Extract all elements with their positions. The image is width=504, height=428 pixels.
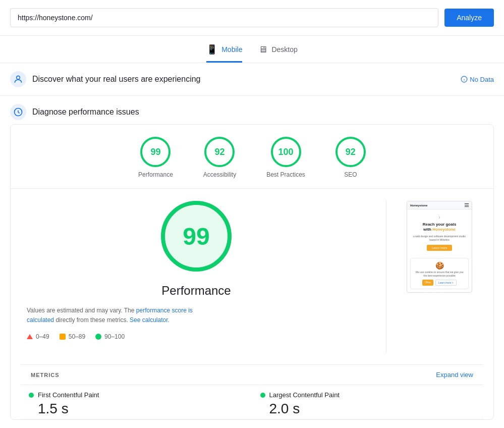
hero-arrow-icon: › (411, 215, 468, 220)
score-circle-best-practices: 100 (271, 137, 301, 167)
metric-name-lcp: Largest Contentful Paint (269, 391, 340, 399)
calculator-link[interactable]: See calculator. (130, 316, 170, 324)
legend-item-high: 90–100 (95, 333, 125, 340)
cookie-more-btn[interactable]: Learn more > (435, 280, 457, 286)
expand-view-link[interactable]: Expand view (436, 371, 473, 379)
real-users-title: Discover what your real users are experi… (32, 75, 455, 84)
legend-item-mid: 50–89 (60, 333, 85, 340)
metrics-bar: METRICS Expand view (21, 364, 483, 385)
metric-item-fcp: First Contentful Paint 1.5 s (21, 385, 252, 419)
metric-header-fcp: First Contentful Paint (29, 391, 244, 399)
score-circle-accessibility: 92 (204, 137, 235, 167)
tab-mobile[interactable]: 📱 Mobile (206, 44, 242, 63)
score-label-seo: SEO (344, 171, 357, 178)
no-data-label: No Data (470, 76, 494, 83)
legend-row: 0–49 50–89 90–100 (27, 333, 125, 340)
real-users-icon (10, 71, 26, 87)
detail-panel: 99 Performance Values are estimated and … (11, 189, 493, 364)
svg-point-0 (17, 76, 20, 79)
big-score-circle: 99 (161, 201, 232, 272)
preview-header: Honeystone (407, 201, 472, 209)
diagnose-section-header: Diagnose performance issues (0, 96, 504, 124)
vertical-divider (386, 201, 386, 352)
scores-card: 99 Performance 92 Accessibility 100 Best… (10, 124, 494, 420)
preview-hero: › Reach your goals with Honeystone a web… (407, 209, 472, 256)
preview-logo: Honeystone (410, 204, 427, 207)
score-circle-seo: 92 (335, 137, 366, 167)
score-label-best-practices: Best Practices (266, 171, 305, 178)
score-label-performance: Performance (138, 171, 173, 178)
info-icon (461, 76, 468, 83)
scores-row: 99 Performance 92 Accessibility 100 Best… (11, 125, 493, 189)
detail-left: 99 Performance Values are estimated and … (27, 201, 366, 340)
score-label-accessibility: Accessibility (203, 171, 236, 178)
triangle-icon (27, 334, 33, 339)
hero-title: Reach your goals with Honeystone (411, 222, 468, 233)
hero-sub: a web design and software development st… (411, 235, 468, 242)
tabs-row: 📱 Mobile 🖥 Desktop (0, 36, 504, 63)
green-dot-icon (95, 334, 101, 340)
legend-item-low: 0–49 (27, 333, 49, 340)
metric-dot-lcp (260, 393, 265, 398)
detail-description: Values are estimated and may vary. The p… (27, 306, 218, 325)
legend-range-low: 0–49 (36, 333, 49, 340)
cookie-okay-btn[interactable]: Okay (422, 280, 433, 286)
metric-value-fcp: 1.5 s (29, 401, 244, 417)
metric-item-lcp: Largest Contentful Paint 2.0 s (252, 385, 484, 419)
hamburger-icon (465, 203, 469, 207)
cookie-buttons: Okay Learn more > (414, 280, 465, 286)
preview-frame: Honeystone › Reach your goals with Honey… (407, 201, 472, 293)
detail-title: Performance (27, 284, 366, 298)
preview-container: Honeystone › Reach your goals with Honey… (407, 201, 477, 293)
metric-value-lcp: 2.0 s (260, 401, 476, 417)
mobile-icon: 📱 (206, 44, 217, 55)
score-circle-performance: 99 (140, 137, 171, 167)
top-bar: Analyze (0, 0, 504, 36)
metric-dot-fcp (29, 393, 34, 398)
metric-name-fcp: First Contentful Paint (38, 391, 99, 399)
cookie-text: We use cookies to ensure that we give yo… (414, 271, 465, 278)
metrics-grid: First Contentful Paint 1.5 s Largest Con… (21, 385, 483, 419)
score-item-accessibility[interactable]: 92 Accessibility (203, 137, 236, 178)
url-input[interactable] (10, 8, 438, 27)
tab-desktop-label: Desktop (271, 45, 297, 54)
legend-range-high: 90–100 (104, 333, 125, 340)
no-data-badge[interactable]: No Data (461, 76, 494, 83)
diagnose-title: Diagnose performance issues (32, 108, 494, 117)
cookie-icon: 🍪 (414, 261, 465, 270)
legend-range-mid: 50–89 (69, 333, 85, 340)
score-item-performance[interactable]: 99 Performance (138, 137, 173, 178)
tab-mobile-label: Mobile (221, 45, 242, 54)
score-item-seo[interactable]: 92 SEO (335, 137, 366, 178)
hero-learn-more-btn[interactable]: Learn more (427, 245, 453, 251)
metrics-label: METRICS (31, 372, 60, 378)
diagnose-icon (10, 104, 26, 120)
metric-header-lcp: Largest Contentful Paint (260, 391, 476, 399)
tab-desktop[interactable]: 🖥 Desktop (258, 44, 297, 63)
score-item-best-practices[interactable]: 100 Best Practices (266, 137, 305, 178)
square-icon (60, 334, 66, 340)
cookie-overlay: 🍪 We use cookies to ensure that we give … (410, 258, 469, 289)
analyze-button[interactable]: Analyze (444, 9, 494, 27)
hero-orange-text: Honeystone (432, 227, 456, 232)
real-users-section: Discover what your real users are experi… (0, 63, 504, 96)
desktop-icon: 🖥 (258, 44, 267, 55)
